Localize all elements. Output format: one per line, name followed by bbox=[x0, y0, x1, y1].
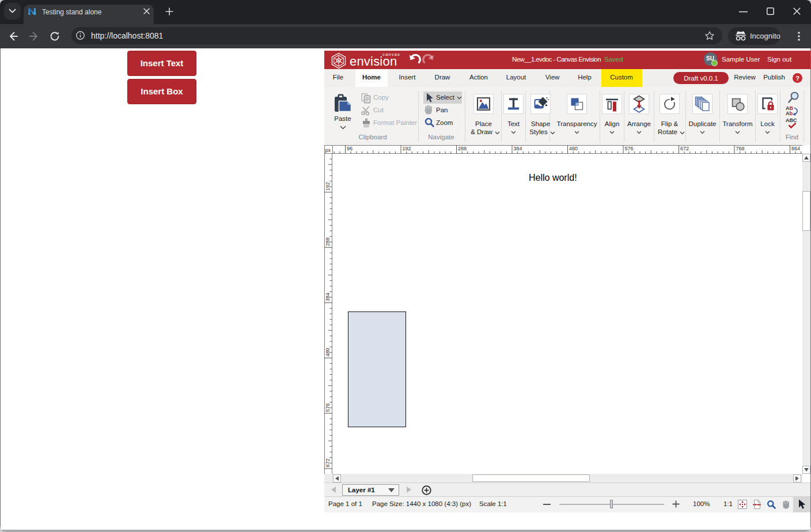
svg-text:192: 192 bbox=[403, 146, 411, 151]
svg-text:px: px bbox=[325, 147, 331, 153]
svg-text:768: 768 bbox=[736, 146, 745, 151]
svg-text:672: 672 bbox=[680, 146, 689, 151]
svg-text:576: 576 bbox=[325, 403, 331, 412]
svg-text:480: 480 bbox=[325, 348, 331, 356]
svg-text:288: 288 bbox=[325, 237, 331, 246]
svg-text:480: 480 bbox=[569, 146, 578, 151]
svg-text:96: 96 bbox=[347, 146, 353, 151]
svg-text:384: 384 bbox=[514, 146, 522, 151]
svg-text:864: 864 bbox=[791, 146, 800, 151]
svg-text:288: 288 bbox=[458, 146, 467, 151]
svg-text:576: 576 bbox=[625, 146, 634, 151]
svg-text:672: 672 bbox=[325, 458, 331, 467]
svg-text:384: 384 bbox=[325, 292, 331, 301]
svg-text:192: 192 bbox=[325, 182, 331, 191]
